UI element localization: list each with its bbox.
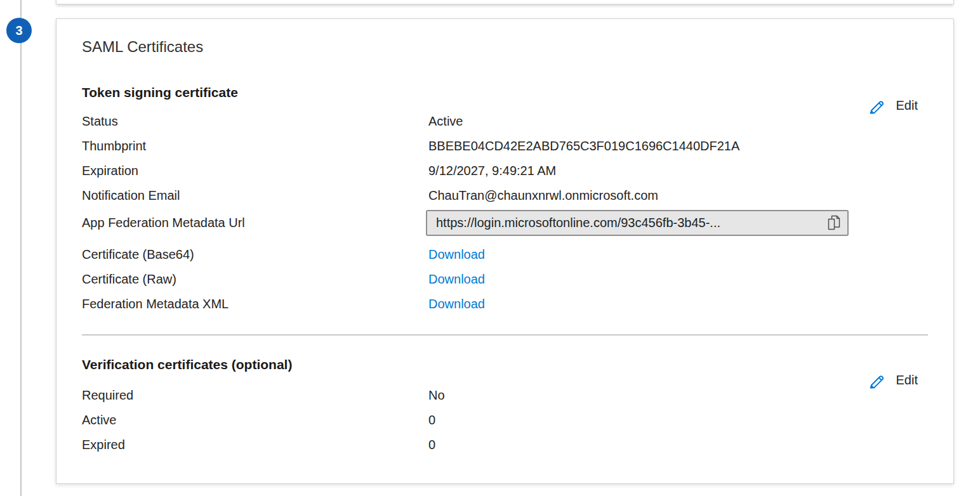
required-label: Required [82, 388, 428, 403]
previous-card-bottom-edge [56, 0, 954, 4]
step-number-badge: 3 [6, 18, 32, 43]
federation-metadata-xml-label: Federation Metadata XML [82, 297, 428, 311]
certificate-raw-row: Certificate (Raw) Download [82, 267, 928, 292]
pencil-icon [868, 95, 888, 115]
notification-email-label: Notification Email [82, 188, 428, 203]
expiration-label: Expiration [82, 164, 428, 178]
metadata-url-value: https://login.microsoftonline.com/93c456… [436, 216, 720, 230]
status-label: Status [82, 114, 428, 129]
certificate-base64-download-link[interactable]: Download [428, 247, 485, 261]
app-federation-metadata-url-label: App Federation Metadata Url [82, 216, 428, 230]
federation-metadata-xml-row: Federation Metadata XML Download [82, 292, 928, 317]
active-count-row: Active 0 [82, 408, 928, 433]
copy-icon[interactable] [826, 214, 841, 231]
expiration-value: 9/12/2027, 9:49:21 AM [428, 164, 556, 178]
certificate-base64-label: Certificate (Base64) [82, 247, 428, 262]
edit-button-label: Edit [896, 373, 918, 388]
card-title: SAML Certificates [82, 37, 928, 57]
notification-email-row: Notification Email ChauTran@chaunxnrwl.o… [82, 183, 928, 208]
certificate-download-rows: Certificate (Base64) Download Certificat… [82, 242, 928, 317]
app-federation-metadata-url-row: App Federation Metadata Url https://logi… [82, 208, 928, 237]
certificate-base64-row: Certificate (Base64) Download [82, 242, 928, 267]
active-count-value: 0 [428, 413, 435, 427]
section-divider [82, 334, 928, 336]
status-row: Status Active [82, 109, 928, 134]
federation-metadata-xml-download-link[interactable]: Download [428, 297, 485, 311]
stepper-connector-line [20, 0, 22, 496]
notification-email-value: ChauTran@chaunxnrwl.onmicrosoft.com [428, 188, 658, 203]
edit-token-signing-certificate-button[interactable]: Edit [868, 93, 918, 118]
expiration-row: Expiration 9/12/2027, 9:49:21 AM [82, 159, 928, 183]
required-value: No [428, 388, 445, 403]
metadata-url-copy-box[interactable]: https://login.microsoftonline.com/93c456… [426, 210, 849, 236]
thumbprint-label: Thumbprint [82, 139, 428, 153]
active-count-label: Active [82, 413, 428, 427]
expired-count-label: Expired [82, 438, 428, 452]
verification-certificates-heading: Verification certificates (optional) [82, 356, 928, 374]
certificate-raw-download-link[interactable]: Download [428, 272, 485, 286]
token-signing-certificate-heading: Token signing certificate [82, 84, 928, 101]
thumbprint-value: BBEBE04CD42E2ABD765C3F019C1696C1440DF21A [428, 139, 739, 153]
expired-count-value: 0 [428, 438, 435, 452]
thumbprint-row: Thumbprint BBEBE04CD42E2ABD765C3F019C169… [82, 134, 928, 159]
expired-count-row: Expired 0 [82, 433, 928, 457]
step-number: 3 [15, 23, 22, 38]
required-row: Required No [82, 383, 928, 408]
status-value: Active [428, 114, 463, 129]
edit-button-label: Edit [896, 98, 918, 113]
certificate-raw-label: Certificate (Raw) [82, 272, 428, 287]
edit-verification-certificates-button[interactable]: Edit [868, 367, 918, 393]
token-certificate-fields: Status Active Thumbprint BBEBE04CD42E2AB… [82, 109, 928, 237]
saml-certificates-card: SAML Certificates Edit Token signing cer… [56, 18, 954, 484]
pencil-icon [868, 370, 888, 390]
verification-certificate-fields: Required No Active 0 Expired 0 [82, 383, 928, 457]
